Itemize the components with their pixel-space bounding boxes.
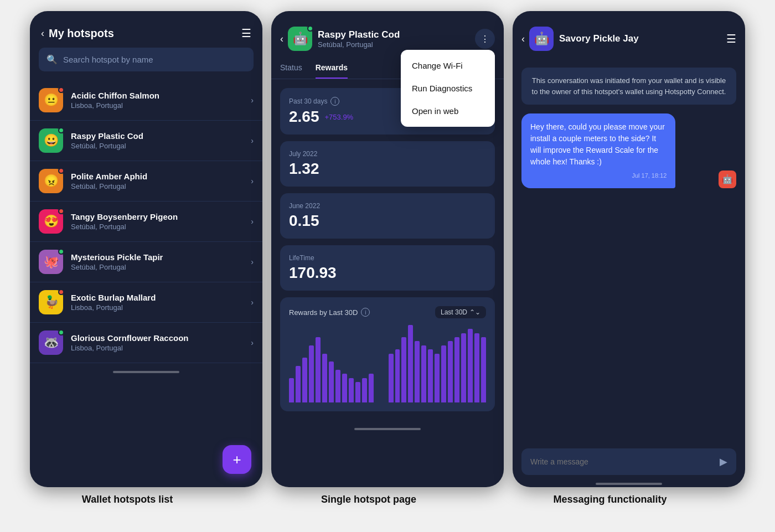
hotspot-info: Exotic Burlap Mallard Lisboa, Portugal xyxy=(71,293,251,312)
hotspot-location: Setúbal, Portugal xyxy=(71,263,251,271)
chart-bar xyxy=(302,358,307,402)
chevron-right-icon: › xyxy=(251,338,254,347)
home-indicator xyxy=(30,363,262,375)
system-message: This conversation was initiated from you… xyxy=(521,68,736,105)
hotspot-location: Setúbal, Portugal xyxy=(71,182,251,190)
home-indicator xyxy=(271,420,504,432)
avatar-wrapper: 😠 xyxy=(39,169,63,193)
reward-delta: +753.9% xyxy=(325,113,354,121)
hotspot-info: Polite Amber Aphid Setúbal, Portugal xyxy=(71,172,251,190)
screen-single-hotspot: ‹ 🤖 Raspy Plastic Cod Setúbal, Portugal … xyxy=(271,11,504,487)
chevron-right-icon: › xyxy=(251,136,254,145)
back-arrow-icon[interactable]: ‹ xyxy=(41,28,44,39)
tab-status[interactable]: Status xyxy=(280,58,302,79)
caption-screen2: Single hotspot page xyxy=(252,494,485,505)
dropdown-run-diagnostics[interactable]: Run Diagnostics xyxy=(401,77,495,100)
status-dot xyxy=(58,127,64,133)
chart-bar xyxy=(435,354,440,402)
avatar-wrapper: 🦆 xyxy=(39,290,63,314)
reward-value-june: 0.15 xyxy=(289,212,486,230)
chart-bar xyxy=(474,333,479,402)
reward-card-lifetime: LifeTime 170.93 xyxy=(280,245,495,291)
chart-bar xyxy=(454,337,459,402)
hotspot-name: Polite Amber Aphid xyxy=(71,172,251,181)
status-dot xyxy=(58,329,64,335)
info-icon-past30[interactable]: i xyxy=(330,97,339,106)
avatar-wrapper: 😀 xyxy=(39,128,63,153)
hotspot-location: Lisboa, Portugal xyxy=(71,101,251,110)
chart-bar xyxy=(369,374,374,402)
hamburger-icon[interactable]: ☰ xyxy=(726,32,736,45)
screen-wallet-hotspots: ‹ My hotspots ☰ 🔍 Search hotspot by name… xyxy=(30,11,262,487)
hotspot-name: Raspy Plastic Cod xyxy=(71,131,251,141)
status-dot-green xyxy=(307,25,313,32)
chart-bar xyxy=(389,354,394,402)
chevron-right-icon: › xyxy=(251,217,254,226)
hotspot-name: Acidic Chiffon Salmon xyxy=(71,91,251,100)
caption-screen3: Messaging functionality xyxy=(494,494,726,505)
reward-card-july: July 2022 1.32 xyxy=(280,141,495,187)
chart-bar xyxy=(316,337,321,402)
hotspot-item[interactable]: 🐙 Mysterious Pickle Tapir Setúbal, Portu… xyxy=(30,242,262,282)
chart-info-icon[interactable]: i xyxy=(361,308,370,317)
hamburger-icon[interactable]: ☰ xyxy=(241,27,251,40)
sender-avatar: 🤖 xyxy=(719,171,736,188)
hotspot-name: Tangy Boysenberry Pigeon xyxy=(71,212,251,221)
dropdown-menu: Change Wi-Fi Run Diagnostics Open in web xyxy=(401,50,495,127)
status-dot xyxy=(58,87,64,93)
hotspot-location: Setúbal, Portugal xyxy=(318,40,400,49)
search-bar[interactable]: 🔍 Search hotspot by name xyxy=(39,48,254,71)
hotspot-name: Mysterious Pickle Tapir xyxy=(71,252,251,262)
chat-time: Jul 17, 18:12 xyxy=(530,171,666,180)
search-input[interactable]: Search hotspot by name xyxy=(63,55,153,64)
chart-bar xyxy=(448,341,453,402)
hotspot-location: Setúbal, Portugal xyxy=(71,223,251,231)
tab-rewards[interactable]: Rewards xyxy=(316,58,348,79)
chart-bar xyxy=(289,378,294,402)
message-input-bar: ▶ xyxy=(521,448,736,475)
more-options-button[interactable]: ⋮ xyxy=(475,29,495,49)
hotspot-item[interactable]: 🦆 Exotic Burlap Mallard Lisboa, Portugal… xyxy=(30,282,262,323)
screen1-header: ‹ My hotspots ☰ xyxy=(30,11,262,48)
header-left: ‹ My hotspots xyxy=(41,27,114,40)
msg-header-info: 🤖 Savory Pickle Jay xyxy=(529,27,639,51)
hotspot-item[interactable]: 😀 Raspy Plastic Cod Setúbal, Portugal › xyxy=(30,121,262,161)
chevron-updown-icon: ⌃⌄ xyxy=(469,308,480,316)
hotspot-item[interactable]: 😐 Acidic Chiffon Salmon Lisboa, Portugal… xyxy=(30,80,262,121)
message-input[interactable] xyxy=(530,457,714,466)
chart-bar xyxy=(296,366,301,402)
period-selector[interactable]: Last 30D ⌃⌄ xyxy=(435,306,486,318)
add-hotspot-button[interactable]: + xyxy=(223,445,251,474)
back-arrow-icon[interactable]: ‹ xyxy=(280,33,283,45)
screen-messaging: ‹ 🤖 Savory Pickle Jay ☰ This conversatio… xyxy=(513,11,745,487)
chat-message-1: Hey there, could you please move your in… xyxy=(521,113,736,188)
avatar-wrapper: 😐 xyxy=(39,88,63,112)
hotspot-info: Tangy Boysenberry Pigeon Setúbal, Portug… xyxy=(71,212,251,231)
bar-chart xyxy=(289,325,486,402)
hotspot-item[interactable]: 😠 Polite Amber Aphid Setúbal, Portugal › xyxy=(30,161,262,202)
hotspot-item[interactable]: 🦝 Glorious Cornflower Raccoon Lisboa, Po… xyxy=(30,323,262,363)
hotspot-item[interactable]: 😍 Tangy Boysenberry Pigeon Setúbal, Port… xyxy=(30,202,262,242)
hotspot-info: Glorious Cornflower Raccoon Lisboa, Port… xyxy=(71,333,251,352)
hotspot-info: Mysterious Pickle Tapir Setúbal, Portuga… xyxy=(71,252,251,271)
chart-bar xyxy=(322,354,327,402)
chevron-right-icon: › xyxy=(251,177,254,185)
rewards-content: Past 30 days i 2.65 +753.9% July 2022 1.… xyxy=(271,79,504,420)
captions-row: Wallet hotspots list Single hotspot page… xyxy=(11,494,764,505)
hotspot-avatar-emoji: 🤖 xyxy=(293,32,308,46)
reward-value-july: 1.32 xyxy=(289,160,486,178)
back-arrow-icon[interactable]: ‹ xyxy=(521,33,525,45)
chart-bar xyxy=(481,337,486,402)
page-title: My hotspots xyxy=(49,27,114,40)
caption-screen1: Wallet hotspots list xyxy=(11,494,244,505)
send-icon[interactable]: ▶ xyxy=(720,456,727,468)
hotspot-name: Raspy Plastic Cod xyxy=(318,29,400,40)
chart-bar xyxy=(428,349,433,402)
search-icon: 🔍 xyxy=(46,54,58,65)
dropdown-change-wifi[interactable]: Change Wi-Fi xyxy=(401,54,495,77)
bubble-text: Hey there, could you please move your in… xyxy=(521,113,675,188)
dropdown-open-web[interactable]: Open in web xyxy=(401,100,495,122)
msg-hotspot-name: Savory Pickle Jay xyxy=(559,33,639,44)
chart-bar xyxy=(408,325,413,402)
home-bar xyxy=(113,371,179,373)
